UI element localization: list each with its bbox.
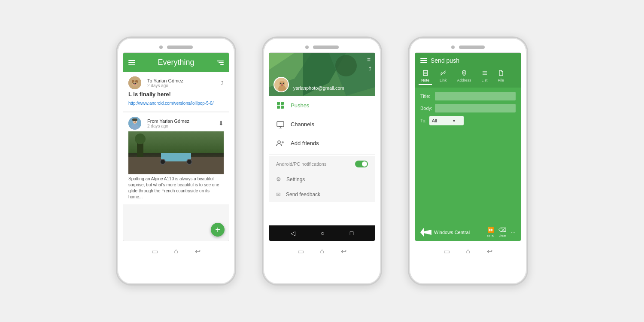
p3-clear-button[interactable]: ⌫ clear	[498, 227, 506, 237]
p1-card-1-time: 2 days ago	[147, 83, 183, 88]
p1-card-1-name: To Yarian Gómez	[147, 78, 183, 83]
p3-more-icon[interactable]: ···	[510, 229, 516, 236]
svg-point-22	[280, 83, 282, 84]
camera-dot	[159, 46, 163, 49]
p3-tab-file[interactable]: File	[495, 68, 507, 85]
p3-send-button[interactable]: ⏩ send	[487, 227, 494, 237]
p2-feedback-label: Send feedback	[286, 191, 320, 197]
p1-card-2-header: From Yarian Gómez 2 days ago ⬇	[128, 117, 224, 130]
p3-to-row: To: All ▾	[420, 116, 516, 125]
p2-nav-home[interactable]: ○	[321, 230, 324, 237]
phone-1-nav: ▭ ⌂ ↩	[150, 246, 202, 256]
p3-tab-note[interactable]: Note	[419, 68, 432, 85]
p1-card-1-header: To Yarian Gómez 2 days ago ⤴	[128, 76, 224, 89]
svg-rect-36	[423, 70, 428, 76]
p1-feed: To Yarian Gómez 2 days ago ⤴ L is finall…	[123, 72, 229, 241]
nav-home-icon-3[interactable]: ⌂	[463, 246, 473, 256]
p3-tab-address-label: Address	[457, 78, 471, 82]
p3-header-title: Send push	[431, 57, 459, 64]
p1-car-image	[128, 131, 224, 174]
p3-title-input[interactable]	[435, 92, 516, 100]
p3-to-select[interactable]: All ▾	[429, 116, 464, 125]
p2-settings-row[interactable]: ⚙ Settings	[269, 172, 375, 187]
phone-3: Send push Note	[408, 36, 528, 286]
p2-filter-icon[interactable]: ≡	[367, 56, 371, 63]
p3-layout: Send push Note	[415, 53, 521, 241]
p2-menu-channels[interactable]: Channels	[269, 115, 375, 134]
nav-recent-icon[interactable]: ▭	[150, 246, 159, 256]
phone-3-screen: Send push Note	[415, 52, 521, 241]
nav-back-icon-3[interactable]: ↩	[485, 246, 494, 256]
svg-point-4	[134, 83, 135, 84]
p3-to-label: To:	[420, 118, 427, 123]
p1-avatar-1	[128, 76, 141, 89]
p1-title: Everything	[158, 58, 194, 67]
p2-channels-label: Channels	[291, 121, 314, 128]
p2-menu: Pushes Channels	[269, 96, 375, 225]
p3-body-input[interactable]	[435, 104, 516, 112]
p2-layout: yarianphoto@gmail.com ≡ ⤴ P	[269, 53, 375, 241]
nav-recent-icon-3[interactable]: ▭	[442, 246, 451, 256]
p3-body-field: Body:	[420, 104, 516, 112]
p3-link-icon	[440, 70, 446, 77]
p2-notifications-label: Android/PC notifications	[276, 161, 326, 167]
p2-add-friends-label: Add friends	[291, 140, 319, 146]
p3-send-icon: ⏩	[487, 227, 494, 233]
p2-divider	[269, 154, 375, 155]
p1-card-2-desc: Spotting an Alpine A110 is always a beau…	[128, 176, 224, 200]
phone-1: Everything	[116, 36, 236, 286]
p2-feedback-row[interactable]: ✉ Send feedback	[269, 187, 375, 202]
svg-point-23	[283, 83, 284, 84]
p2-android-nav: ◁ ○ □	[269, 225, 375, 241]
svg-line-39	[442, 72, 444, 74]
p2-menu-pushes[interactable]: Pushes	[269, 96, 375, 115]
p1-card-2-name: From Yarian Gómez	[147, 118, 189, 124]
p2-pushes-icon	[276, 101, 285, 109]
phone-2-screen: yarianphoto@gmail.com ≡ ⤴ P	[269, 52, 375, 241]
p1-share-icon[interactable]: ⤴	[221, 80, 224, 86]
p2-nav-recent[interactable]: □	[350, 230, 353, 237]
camera-dot-2	[305, 46, 309, 49]
p2-toggle[interactable]	[355, 161, 368, 167]
p2-nav-back[interactable]: ◁	[291, 230, 295, 237]
nav-home-icon-2[interactable]: ⌂	[317, 246, 327, 256]
speaker-3	[459, 46, 485, 49]
camera-dot-3	[451, 46, 455, 49]
p2-menu-add-friends[interactable]: Add friends	[269, 134, 375, 152]
p3-file-icon	[498, 70, 504, 77]
nav-back-icon-2[interactable]: ↩	[339, 246, 348, 256]
p3-tab-link[interactable]: Link	[437, 68, 450, 85]
p3-hamburger-icon[interactable]	[420, 58, 427, 63]
speaker-2	[313, 46, 339, 49]
hamburger-icon[interactable]	[128, 60, 135, 65]
p2-share-icon[interactable]: ⤴	[368, 66, 371, 73]
nav-back-icon[interactable]: ↩	[193, 246, 202, 256]
svg-point-24	[281, 84, 283, 86]
svg-rect-27	[277, 106, 280, 109]
p3-tab-note-label: Note	[421, 78, 429, 82]
p1-card-1: To Yarian Gómez 2 days ago ⤴ L is finall…	[123, 72, 229, 111]
p1-avatar-2	[128, 117, 141, 130]
p3-body-label: Body:	[420, 106, 432, 111]
p3-spacer	[415, 160, 521, 223]
p1-download-icon[interactable]: ⬇	[219, 120, 224, 127]
p1-card-1-link[interactable]: http://www.android.com/versions/lollipop…	[128, 101, 213, 106]
svg-point-5	[135, 83, 137, 84]
p3-send-label: send	[487, 234, 494, 237]
p2-settings-icon: ⚙	[276, 176, 281, 182]
filter-icon[interactable]	[217, 61, 224, 65]
p3-clear-label: clear	[499, 234, 506, 237]
fab-button[interactable]: +	[211, 223, 225, 237]
p3-select-chevron: ▾	[453, 118, 455, 123]
svg-point-21	[278, 85, 286, 92]
p3-tab-list[interactable]: List	[479, 68, 490, 85]
nav-home-icon[interactable]: ⌂	[171, 246, 181, 256]
nav-recent-icon-2[interactable]: ▭	[296, 246, 305, 256]
phone-3-nav: ▭ ⌂ ↩	[442, 246, 494, 256]
svg-marker-44	[420, 228, 431, 237]
p1-card-1-meta: To Yarian Gómez 2 days ago	[147, 78, 183, 88]
phone-top-bar	[159, 46, 193, 49]
svg-rect-28	[281, 106, 284, 109]
p3-tab-address[interactable]: Address	[455, 68, 474, 85]
p2-feedback-icon: ✉	[276, 191, 281, 197]
